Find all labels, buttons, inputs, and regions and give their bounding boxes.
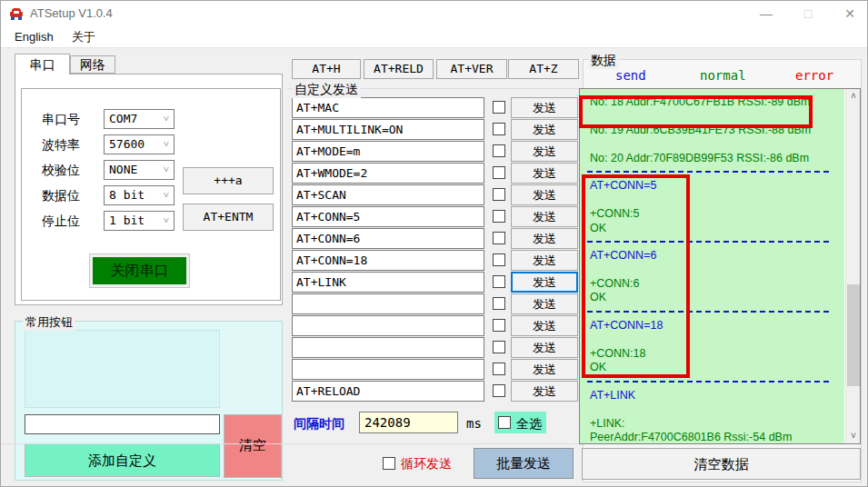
- command-checkbox[interactable]: [493, 188, 505, 201]
- quick-command-button[interactable]: AT+H: [292, 59, 361, 79]
- dropdown-value: 1 bit: [109, 214, 145, 227]
- select-all-label: 全选: [516, 416, 542, 432]
- command-input[interactable]: [292, 315, 484, 336]
- custom-send-row: 发送: [292, 163, 581, 184]
- command-input[interactable]: [292, 119, 484, 140]
- custom-send-row: 发送: [292, 141, 581, 162]
- menu-bar: English关于: [1, 26, 868, 48]
- send-button[interactable]: 发送: [511, 381, 578, 402]
- field-dropdown[interactable]: 1 bit ˅: [104, 211, 175, 231]
- common-buttons-title: 常用按钮: [23, 314, 75, 331]
- serial-field-row: 波特率 57600 ˅: [42, 134, 269, 154]
- command-checkbox[interactable]: [493, 363, 505, 375]
- send-button[interactable]: 发送: [511, 272, 578, 293]
- command-input[interactable]: [292, 359, 484, 380]
- minimize-button[interactable]: —: [745, 1, 787, 26]
- quick-command-button[interactable]: AT+VER: [436, 59, 507, 79]
- field-label: 串口号: [42, 112, 80, 128]
- close-serial-button[interactable]: 关闭串口: [89, 253, 190, 288]
- send-button[interactable]: 发送: [511, 163, 578, 184]
- data-log-area[interactable]: No: 18 Addr:F4700C67FB1B RSSI:-89 dBmNo:…: [580, 89, 844, 443]
- command-checkbox[interactable]: [493, 341, 505, 353]
- command-input[interactable]: [292, 337, 484, 358]
- scroll-up-icon[interactable]: ˄: [846, 89, 861, 104]
- add-custom-button[interactable]: 添加自定义: [25, 443, 220, 477]
- send-button[interactable]: 发送: [511, 250, 578, 271]
- data-scrollbar[interactable]: ˄ ˅: [845, 89, 860, 443]
- field-label: 波特率: [42, 137, 80, 154]
- log-line: [590, 235, 840, 249]
- chevron-down-icon: ˅: [164, 212, 169, 230]
- command-input[interactable]: [292, 381, 484, 402]
- send-button[interactable]: 发送: [511, 359, 578, 380]
- command-input[interactable]: [292, 272, 484, 293]
- command-input[interactable]: [292, 141, 484, 162]
- interval-input[interactable]: [359, 412, 458, 433]
- command-input[interactable]: [292, 293, 484, 314]
- command-checkbox[interactable]: [493, 253, 505, 266]
- send-button[interactable]: 发送: [511, 119, 578, 140]
- send-button[interactable]: 发送: [511, 97, 578, 118]
- close-button[interactable]: ✕: [829, 1, 868, 26]
- command-input[interactable]: [292, 250, 484, 271]
- menu-item[interactable]: 关于: [63, 26, 105, 48]
- command-checkbox[interactable]: [493, 144, 505, 157]
- tab-1[interactable]: 网络: [70, 55, 115, 74]
- maximize-button[interactable]: □: [787, 1, 829, 26]
- command-checkbox[interactable]: [493, 384, 505, 397]
- clear-data-button[interactable]: 清空数据: [582, 448, 861, 480]
- log-line: OK: [590, 291, 840, 304]
- loop-send-checkbox[interactable]: [383, 457, 395, 470]
- command-checkbox[interactable]: [493, 210, 505, 223]
- menu-item[interactable]: English: [5, 27, 63, 46]
- field-dropdown[interactable]: COM7 ˅: [104, 109, 175, 129]
- batch-send-button[interactable]: 批量发送: [474, 448, 574, 479]
- legend-error: error: [795, 68, 833, 83]
- command-checkbox[interactable]: [493, 101, 505, 114]
- send-button[interactable]: 发送: [511, 337, 578, 358]
- quick-command-button[interactable]: AT+RELD: [364, 59, 434, 79]
- clear-common-button[interactable]: 清空: [224, 414, 282, 478]
- tab-0[interactable]: 串口: [15, 54, 70, 75]
- command-checkbox[interactable]: [493, 275, 505, 288]
- command-input[interactable]: [292, 206, 484, 227]
- send-button[interactable]: 发送: [511, 228, 578, 249]
- log-line: [590, 137, 840, 151]
- command-checkbox[interactable]: [493, 123, 505, 135]
- command-checkbox[interactable]: [493, 166, 505, 179]
- custom-command-input[interactable]: [25, 414, 220, 434]
- dropdown-value: 8 bit: [109, 188, 145, 202]
- chevron-down-icon: ˅: [164, 161, 169, 179]
- log-line: [590, 305, 840, 319]
- scroll-down-icon[interactable]: ˅: [846, 429, 861, 443]
- custom-send-title: 自定义发送: [292, 82, 361, 98]
- custom-send-row: 发送: [292, 97, 581, 118]
- command-input[interactable]: [292, 184, 484, 205]
- send-button[interactable]: 发送: [511, 206, 578, 227]
- send-button[interactable]: 发送: [511, 293, 578, 314]
- field-dropdown[interactable]: NONE ˅: [104, 160, 175, 180]
- field-dropdown[interactable]: 8 bit ˅: [104, 185, 175, 205]
- interval-unit: ms: [466, 416, 482, 431]
- field-dropdown[interactable]: 57600 ˅: [104, 134, 175, 154]
- command-input[interactable]: [292, 163, 484, 184]
- command-input[interactable]: [292, 228, 484, 249]
- bottom-separator: [1, 443, 590, 444]
- quick-command-button[interactable]: AT+Z: [508, 59, 579, 79]
- log-line: [590, 165, 840, 179]
- at-entm-button[interactable]: AT+ENTM: [183, 204, 274, 231]
- send-button[interactable]: 发送: [511, 184, 578, 205]
- send-button[interactable]: 发送: [511, 315, 578, 336]
- interval-label: 间隔时间: [294, 416, 344, 431]
- select-all-checkbox[interactable]: [498, 416, 511, 429]
- scrollbar-thumb[interactable]: [847, 284, 860, 386]
- plus-a-button[interactable]: +++a: [183, 167, 274, 194]
- log-line: +CONN:5: [590, 207, 840, 221]
- command-input[interactable]: [292, 97, 484, 118]
- send-button[interactable]: 发送: [511, 141, 578, 162]
- command-checkbox[interactable]: [493, 297, 505, 310]
- command-checkbox[interactable]: [493, 232, 505, 244]
- command-checkbox[interactable]: [493, 319, 505, 332]
- common-buttons-area[interactable]: [25, 330, 220, 408]
- log-line: +CONN:6: [590, 277, 840, 291]
